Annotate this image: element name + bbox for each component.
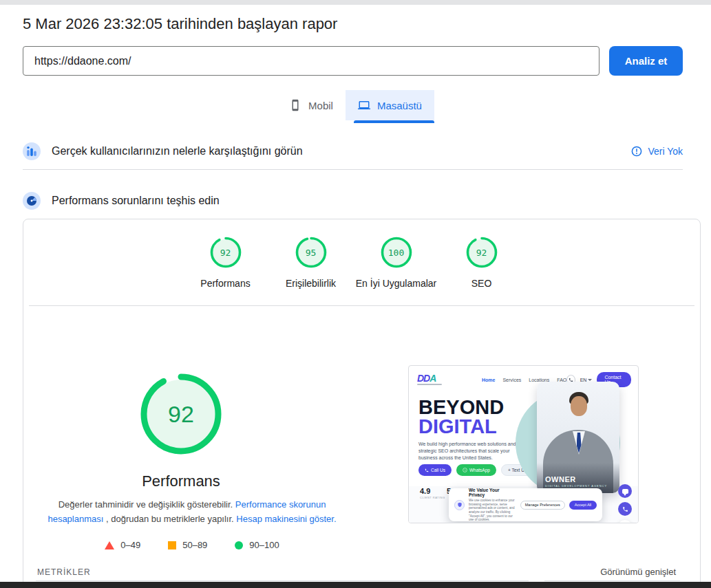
- description-text: , doğrudan bu metriklerle yapılır.: [103, 514, 233, 524]
- legend-pass-range: 90–100: [249, 540, 279, 550]
- chat-icon: [618, 484, 632, 498]
- metrics-header-row: METRİKLER Görünümü genişlet: [37, 567, 676, 577]
- tab-desktop[interactable]: Masaüstü: [346, 90, 434, 120]
- preview-cta-row: Call Us WhatsApp + Text Us: [418, 464, 533, 476]
- diagnose-icon: [23, 192, 41, 210]
- section-divider: [23, 169, 683, 170]
- rating-value: 4.9: [420, 487, 430, 495]
- cookie-body: We use cookies to enhance your browsing …: [469, 499, 516, 522]
- score-gauge: 95: [295, 236, 328, 269]
- preview-headline-1: BEYOND: [418, 398, 504, 417]
- logo-text: A: [429, 373, 436, 384]
- card-divider: [29, 305, 694, 306]
- url-bar: Analiz et: [23, 46, 683, 76]
- nav-link-home: Home: [482, 378, 495, 382]
- score-gauge: 100: [380, 236, 413, 269]
- description-text: Değerler tahminidir ve değişiklik göster…: [59, 499, 233, 510]
- top-edge-strip: [0, 0, 711, 5]
- cookie-text: We Value Your Privacy We use cookies to …: [469, 488, 516, 522]
- legend-fail-icon: [105, 541, 114, 549]
- score-summary: 92 Performans 95 Erişilebilirlik 100: [15, 236, 692, 289]
- score-item-seo[interactable]: 92 SEO: [439, 236, 524, 289]
- rating-caption: CLIENT RATING: [420, 496, 445, 499]
- accept-all-button: Accept All: [569, 501, 597, 510]
- owner-sublabel: DIGITAL DEVELOPMENT AGENCY: [545, 484, 607, 488]
- no-data-link[interactable]: Veri Yok: [631, 146, 683, 157]
- preview-tagline: We build high performance web solutions …: [418, 441, 527, 461]
- score-value: 92: [209, 236, 242, 269]
- page-screenshot-thumbnail: DDA Home Services Locations FAQ EN Conta…: [408, 365, 639, 523]
- cookie-title: We Value Your Privacy: [469, 488, 516, 497]
- bottom-dark-bar: [0, 582, 711, 588]
- logo-text: DD: [417, 373, 429, 384]
- score-label: SEO: [471, 278, 492, 289]
- analyze-button[interactable]: Analiz et: [609, 46, 683, 76]
- performance-main-gauge: 92: [140, 373, 222, 455]
- logo-subtext: [417, 384, 442, 385]
- diagnose-title: Performans sorunlarını teşhis edin: [52, 195, 220, 207]
- score-value: 100: [380, 236, 413, 269]
- shield-icon: [454, 500, 465, 510]
- performance-gauge-label: Performans: [95, 472, 267, 490]
- lighthouse-report-card: 92 Performans 95 Erişilebilirlik 100: [23, 219, 701, 588]
- legend-average-icon: [168, 541, 176, 549]
- score-item-best-practices[interactable]: 100 En İyi Uygulamalar: [354, 236, 439, 289]
- score-gauge: 92: [465, 236, 498, 269]
- manage-preferences-button: Manage Preferences: [520, 501, 565, 510]
- no-data-label: Veri Yok: [648, 146, 683, 157]
- owner-label: OWNER: [545, 475, 576, 483]
- calculator-link[interactable]: Hesap makinesini göster.: [236, 514, 336, 524]
- cookie-banner: We Value Your Privacy We use cookies to …: [449, 488, 602, 521]
- tab-desktop-label: Masaüstü: [377, 100, 422, 111]
- legend-item-fail: 0–49: [105, 540, 140, 550]
- score-value: 95: [295, 236, 328, 269]
- url-input[interactable]: [23, 46, 599, 76]
- score-legend: 0–49 50–89 90–100: [37, 540, 347, 550]
- performance-description: Değerler tahminidir ve değişiklik göster…: [37, 497, 347, 526]
- device-tabs: Mobil Masaüstü: [0, 90, 711, 120]
- score-label: Erişilebilirlik: [286, 278, 336, 289]
- chevron-down-icon: [588, 379, 592, 381]
- no-data-info-icon: [631, 146, 642, 157]
- page-title: 5 Mar 2026 23:32:05 tarihinden başlayan …: [23, 15, 337, 33]
- nav-link-services: Services: [502, 378, 521, 382]
- desktop-tab-icon: [358, 99, 370, 111]
- metrics-divider-left: [36, 580, 529, 581]
- tab-mobile[interactable]: Mobil: [277, 90, 346, 120]
- mobile-tab-icon: [289, 99, 301, 111]
- score-gauge: 92: [209, 236, 242, 269]
- field-data-icon: [23, 142, 41, 160]
- score-label: En İyi Uygulamalar: [356, 278, 437, 289]
- preview-headline-2: DIGITAL: [418, 417, 497, 436]
- expand-view-link[interactable]: Görünümü genişlet: [600, 567, 676, 577]
- field-data-section-header: Gerçek kullanıcılarınızın nelerle karşıl…: [23, 135, 683, 168]
- call-us-button: Call Us: [418, 464, 452, 476]
- owner-photo-card: OWNER DIGITAL DEVELOPMENT AGENCY: [537, 382, 619, 493]
- legend-pass-icon: [235, 541, 243, 549]
- tab-mobile-label: Mobil: [308, 100, 333, 111]
- diagnose-section-header: Performans sorunlarını teşhis edin: [23, 184, 683, 217]
- phone-icon: [618, 502, 632, 516]
- score-item-accessibility[interactable]: 95 Erişilebilirlik: [268, 236, 354, 289]
- whatsapp-button: WhatsApp: [456, 464, 496, 476]
- preview-logo: DDA: [417, 374, 442, 385]
- score-item-performance[interactable]: 92 Performans: [183, 236, 268, 289]
- field-data-title: Gerçek kullanıcılarınızın nelerle karşıl…: [52, 145, 303, 157]
- metrics-header: METRİKLER: [37, 567, 91, 577]
- metrics-divider-right: [544, 580, 680, 581]
- legend-item-average: 50–89: [168, 540, 207, 550]
- performance-score-value: 92: [140, 373, 222, 455]
- legend-average-range: 50–89: [182, 540, 207, 550]
- score-label: Performans: [200, 278, 250, 289]
- legend-fail-range: 0–49: [120, 540, 140, 550]
- score-value: 92: [465, 236, 498, 269]
- legend-item-pass: 90–100: [235, 540, 279, 550]
